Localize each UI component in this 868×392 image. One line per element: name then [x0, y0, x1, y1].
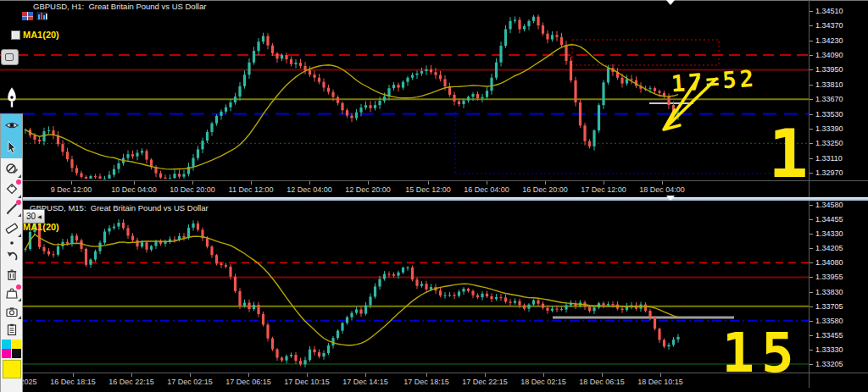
- candle-body: [378, 279, 381, 287]
- candle-body: [453, 295, 455, 295]
- candle-body: [126, 228, 129, 235]
- expand-corner-icon: [18, 234, 21, 237]
- screenshot-tool[interactable]: [1, 302, 22, 320]
- candle-body: [514, 301, 516, 302]
- toolbar-handle[interactable]: [1, 49, 19, 65]
- price-axis-h1[interactable]: 1.345101.343701.342301.340901.339501.338…: [809, 0, 868, 180]
- line-tool[interactable]: [1, 199, 22, 218]
- notification-badge: [16, 284, 21, 290]
- candle-body: [75, 168, 78, 173]
- candle-body: [303, 360, 306, 364]
- candle-body: [654, 88, 656, 91]
- candle-body: [462, 101, 465, 104]
- time-axis-h1[interactable]: 259 Dec 12:0010 Dec 04:0010 Dec 20:0011 …: [0, 181, 868, 198]
- no-draw-tool[interactable]: [1, 158, 22, 179]
- time-tick-label: 17 Dec 22:15: [462, 378, 508, 386]
- price-chart-h1[interactable]: 17=521: [0, 0, 809, 180]
- tools-bag-tool[interactable]: [1, 284, 22, 302]
- candle-body: [504, 297, 507, 301]
- candle-body: [290, 59, 292, 64]
- candle-body: [117, 223, 120, 227]
- candle-body: [527, 305, 530, 309]
- candle-body: [570, 61, 572, 80]
- candle-body: [173, 174, 175, 178]
- time-tick-label: 16 Dec 04:00: [464, 185, 509, 194]
- candle-body: [234, 97, 236, 102]
- time-tick-label: 17 Dec 06:15: [225, 378, 271, 386]
- candle-body: [425, 284, 427, 290]
- time-tick-label: 18 Dec 10:15: [637, 378, 683, 386]
- candle-body: [471, 94, 474, 97]
- undo-tool[interactable]: [1, 248, 22, 265]
- price-tick-label: 1.33330: [815, 345, 843, 354]
- price-axis-m15[interactable]: 1.345801.344551.343301.342051.340801.339…: [809, 201, 868, 373]
- candle-body: [476, 295, 479, 298]
- candle-body: [374, 105, 376, 108]
- candle-body: [495, 297, 498, 299]
- candle-body: [499, 46, 502, 63]
- candle-body: [159, 174, 162, 178]
- candle-body: [281, 357, 283, 360]
- candle-body: [266, 325, 269, 339]
- indicator-checkbox[interactable]: [11, 30, 20, 40]
- candle-body: [565, 305, 567, 309]
- candle-body: [667, 345, 670, 346]
- candle-body: [648, 88, 651, 89]
- candle-body: [318, 78, 320, 82]
- candle-body: [555, 35, 558, 36]
- view-tool[interactable]: [1, 114, 22, 136]
- candle-body: [262, 36, 264, 42]
- candle-body: [210, 246, 213, 255]
- color-swatch[interactable]: [2, 349, 11, 358]
- candle-body: [141, 242, 143, 246]
- candle-body: [322, 82, 325, 88]
- candle-body: [42, 247, 45, 251]
- candle-body: [443, 79, 446, 86]
- pin-tool[interactable]: [3, 86, 21, 115]
- candle-body: [61, 144, 64, 152]
- drawn-rectangle[interactable]: [572, 40, 719, 65]
- candle-body: [350, 313, 353, 317]
- color-swatch[interactable]: [2, 340, 11, 349]
- color-swatch[interactable]: [12, 340, 21, 349]
- price-tick-label: 1.33530: [815, 110, 843, 119]
- candle-body: [206, 132, 209, 141]
- candle-body: [588, 141, 591, 146]
- candle-body: [672, 340, 675, 345]
- candle-body: [602, 82, 604, 105]
- time-axis-m15[interactable]: 16 Dec 202516 Dec 18:1516 Dec 22:1517 De…: [0, 373, 868, 390]
- candle-body: [275, 53, 278, 58]
- candle-body: [327, 88, 330, 92]
- dot-tool[interactable]: [1, 238, 22, 248]
- collapse-arrow-icon[interactable]: ◀: [37, 214, 42, 219]
- symbol-table-icon: [4, 3, 15, 11]
- candle-body: [486, 294, 488, 296]
- candle-body: [66, 152, 69, 159]
- active-color-swatch[interactable]: [3, 360, 21, 378]
- time-tick: [248, 373, 249, 377]
- candle-body: [94, 251, 97, 260]
- price-chart-m15[interactable]: 15: [0, 201, 809, 373]
- price-tick-label: 1.33455: [815, 331, 843, 340]
- candle-body: [383, 274, 386, 279]
- candle-body: [509, 301, 511, 302]
- candle-body: [327, 345, 330, 353]
- label-tool[interactable]: [1, 179, 22, 199]
- select-tool[interactable]: [1, 136, 22, 158]
- time-tick-label: 11 Dec 12:00: [229, 185, 274, 194]
- candle-body: [430, 287, 432, 290]
- candle-body: [523, 26, 526, 30]
- eraser-tool[interactable]: [1, 218, 22, 238]
- candle-body: [257, 41, 259, 51]
- time-tick: [192, 181, 193, 185]
- delete-tool[interactable]: [1, 265, 22, 284]
- candle-body: [397, 273, 399, 276]
- candle-body: [57, 246, 59, 255]
- color-swatch[interactable]: [12, 349, 21, 358]
- time-tick: [602, 373, 603, 377]
- candle-body: [364, 305, 367, 313]
- clipboard-tool[interactable]: [1, 320, 22, 338]
- candle-body: [131, 154, 134, 157]
- candle-body: [318, 352, 320, 356]
- time-tick: [604, 181, 604, 185]
